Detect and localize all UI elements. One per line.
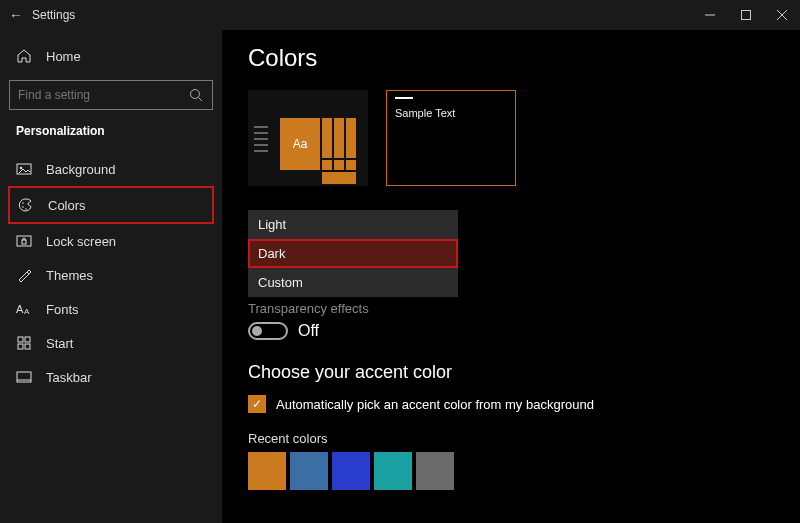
minimize-button[interactable] — [692, 10, 728, 20]
sidebar-item-label: Colors — [48, 198, 86, 213]
svg-rect-18 — [25, 344, 30, 349]
sidebar-item-label: Background — [46, 162, 115, 177]
lock-screen-icon — [16, 233, 32, 249]
sidebar-item-background[interactable]: Background — [8, 152, 214, 186]
auto-pick-label: Automatically pick an accent color from … — [276, 397, 594, 412]
svg-point-10 — [25, 208, 27, 210]
search-icon — [188, 87, 204, 103]
sidebar-item-label: Taskbar — [46, 370, 92, 385]
color-preview: Aa Sample Text — [248, 90, 774, 186]
svg-rect-1 — [742, 11, 751, 20]
svg-point-8 — [22, 202, 24, 204]
transparency-state: Off — [298, 322, 319, 340]
back-button[interactable]: ← — [0, 7, 32, 23]
maximize-button[interactable] — [728, 10, 764, 20]
transparency-label: Transparency effects — [248, 301, 774, 316]
auto-pick-checkbox[interactable]: ✓ — [248, 395, 266, 413]
sidebar-item-themes[interactable]: Themes — [8, 258, 214, 292]
color-swatch[interactable] — [248, 452, 286, 490]
transparency-toggle[interactable] — [248, 322, 288, 340]
preview-window: Sample Text — [386, 90, 516, 186]
svg-text:A: A — [16, 303, 24, 315]
sidebar: Home Personalization Background Colors L… — [0, 30, 222, 523]
fonts-icon: AA — [16, 301, 32, 317]
sidebar-item-start[interactable]: Start — [8, 326, 214, 360]
sidebar-item-taskbar[interactable]: Taskbar — [8, 360, 214, 394]
sidebar-item-fonts[interactable]: AA Fonts — [8, 292, 214, 326]
search-box[interactable] — [9, 80, 213, 110]
palette-icon — [18, 197, 34, 213]
svg-rect-17 — [18, 344, 23, 349]
sidebar-item-label: Fonts — [46, 302, 79, 317]
svg-text:A: A — [24, 307, 30, 316]
mode-option-light[interactable]: Light — [248, 210, 458, 239]
preview-start-menu: Aa — [248, 90, 368, 186]
color-swatch[interactable] — [332, 452, 370, 490]
page-title: Colors — [248, 44, 774, 72]
accent-heading: Choose your accent color — [248, 362, 774, 383]
themes-icon — [16, 267, 32, 283]
taskbar-icon — [16, 369, 32, 385]
sidebar-item-label: Themes — [46, 268, 93, 283]
sidebar-item-label: Lock screen — [46, 234, 116, 249]
preview-sample-text: Sample Text — [395, 107, 455, 119]
home-icon — [16, 48, 32, 64]
svg-rect-15 — [18, 337, 23, 342]
recent-colors-label: Recent colors — [248, 431, 774, 446]
close-button[interactable] — [764, 10, 800, 20]
start-icon — [16, 335, 32, 351]
search-input[interactable] — [18, 88, 188, 102]
home-button[interactable]: Home — [8, 42, 214, 70]
mode-option-custom[interactable]: Custom — [248, 268, 458, 297]
recent-colors — [248, 452, 774, 490]
sidebar-item-lock-screen[interactable]: Lock screen — [8, 224, 214, 258]
title-bar: ← Settings — [0, 0, 800, 30]
sidebar-item-colors[interactable]: Colors — [8, 186, 214, 224]
content-area: Colors Aa Sample Text Light Dark Custom — [222, 30, 800, 523]
svg-point-9 — [22, 206, 24, 208]
picture-icon — [16, 161, 32, 177]
color-mode-dropdown[interactable]: Light Dark Custom — [248, 210, 458, 297]
svg-rect-12 — [22, 240, 26, 244]
svg-point-7 — [20, 167, 23, 170]
preview-tile-big: Aa — [280, 118, 320, 170]
color-swatch[interactable] — [416, 452, 454, 490]
svg-rect-16 — [25, 337, 30, 342]
mode-option-dark[interactable]: Dark — [248, 239, 458, 268]
window-title: Settings — [32, 8, 75, 22]
color-swatch[interactable] — [290, 452, 328, 490]
color-swatch[interactable] — [374, 452, 412, 490]
sidebar-item-label: Start — [46, 336, 73, 351]
category-heading: Personalization — [8, 124, 214, 152]
svg-line-5 — [199, 98, 203, 102]
home-label: Home — [46, 49, 81, 64]
svg-point-4 — [191, 90, 200, 99]
